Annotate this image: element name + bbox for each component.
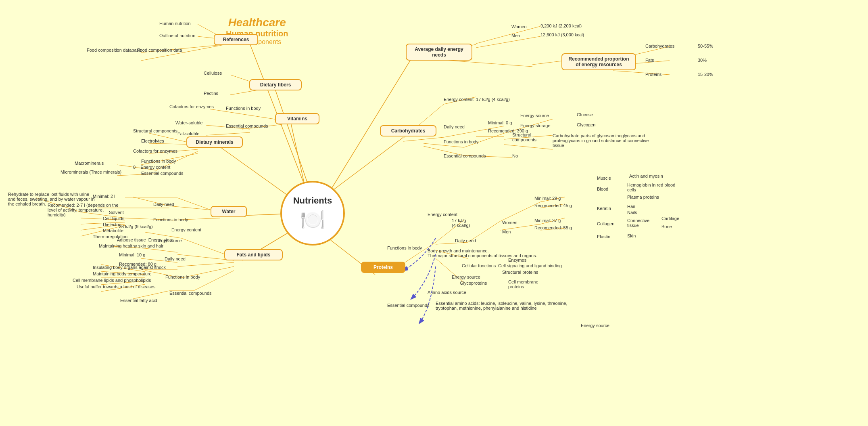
proteins-collagen: Collagen — [597, 221, 614, 226]
cellulose-label: Cellulose — [204, 71, 222, 76]
svg-line-18 — [206, 132, 250, 135]
title-healthcare: Healthcare — [226, 16, 288, 29]
proteins-cartilage: Cartilage — [661, 216, 679, 221]
proteins-connective: Connectivetissue — [627, 218, 649, 228]
carb-glycogen: Glycogen — [577, 122, 595, 127]
proteins-cellular-label: Cellular functions — [462, 263, 496, 268]
vitamins-essential: Essential compounds — [226, 124, 268, 128]
carb-daily-min: Minimal: 0 g — [488, 120, 512, 125]
minerals-energy-content: 0 Energy content — [133, 165, 170, 170]
carb-functions: Functions in body — [444, 139, 478, 144]
avg-men-label: Men — [511, 33, 520, 38]
proteins-women-min: Minimal: 29 g — [534, 196, 561, 201]
minerals-structural: Structural components — [133, 128, 177, 133]
proteins-skin: Skin — [627, 233, 636, 238]
rec-fats-val: 30% — [698, 58, 707, 63]
fats-essential-fatty-acid: Essential fatty acid — [120, 298, 157, 303]
svg-line-12 — [141, 44, 226, 61]
minerals-macrominerals: Macrominerals — [75, 161, 104, 166]
water-dielectric: Dielectric — [103, 222, 121, 227]
svg-line-8 — [331, 59, 411, 190]
proteins-cell-membrane: Cell membraneproteins — [508, 279, 538, 289]
proteins-box: Proteins — [361, 262, 405, 273]
proteins-energy-source: Energy source — [452, 275, 480, 279]
proteins-glycoproteins-ref: Glycoproteins — [460, 281, 487, 285]
carb-daily-need: Daily need — [444, 124, 465, 129]
proteins-functions-desc: Body growth and maintenance.The major st… — [428, 248, 581, 258]
recommended-proportion-box: Recommended proportion of energy resourc… — [561, 53, 636, 70]
water-daily-need: Daily need — [153, 202, 174, 207]
fats-energy-content-val: 38 kJ/g (9 kcal/g) — [119, 224, 153, 229]
fats-buffer: Useful buffer towards a host of diseases — [77, 284, 155, 289]
ref-human-nutrition: Human nutrition — [159, 21, 191, 26]
water-rehydrate: Rehydrate to replace lost fluids with ur… — [8, 192, 97, 206]
vitamins-water-soluble: Water-soluble — [175, 120, 202, 125]
minerals-functions: Functions in body — [141, 159, 176, 164]
carb-glucose: Glucose — [577, 112, 593, 117]
svg-line-56 — [133, 291, 169, 299]
proteins-plasma: Plasma proteins — [627, 195, 659, 199]
fats-daily-need: Daily need — [165, 256, 186, 261]
ref-outline: Outline of nutrition — [159, 33, 195, 38]
proteins-essential-desc: Essential amino acids: leucine, isoleuci… — [436, 301, 577, 311]
vitamins-fat-soluble: Fat-soluble — [177, 131, 199, 136]
avg-women-label: Women — [511, 24, 527, 29]
fats-energy-content-label: Energy content — [171, 227, 201, 232]
svg-line-84 — [476, 36, 540, 48]
fats-insulating: Insulating body organs against shock — [93, 265, 166, 270]
proteins-women-rec: Recomended: 45 g — [534, 203, 572, 208]
proteins-hemoglobin: Hemoglobin in red blood cells — [627, 183, 680, 192]
dietary-fibers-box: Dietary fibers — [249, 79, 302, 90]
energy-source-bottom: Energy source — [581, 323, 609, 328]
ref-food-composition-data: Food composition data — [137, 48, 182, 52]
water-solvent: Solvent — [109, 210, 124, 215]
carb-energy-source-label: Energy source — [520, 113, 549, 118]
proteins-men-min: Minimal: 37 g — [534, 218, 561, 223]
proteins-functions-label: Functions in body — [387, 246, 422, 250]
carb-essential-label: Essential compounds — [444, 153, 486, 158]
proteins-bone: Bone — [661, 224, 672, 229]
rec-proteins-label: Proteins — [645, 72, 661, 77]
svg-line-60 — [444, 131, 476, 137]
proteins-amino-acids: Amino acids source — [428, 290, 466, 295]
water-box: Water — [211, 206, 247, 217]
svg-line-59 — [403, 137, 444, 141]
svg-line-7 — [323, 137, 403, 198]
proteins-enzymes: Enzymes — [508, 258, 526, 262]
proteins-women-label: Women — [502, 220, 517, 225]
proteins-energy-content-label: Energy content — [428, 212, 457, 217]
proteins-men-label: Men — [502, 229, 511, 234]
fats-maintaining-skin: Maintaining healthy skin and hair — [99, 243, 163, 248]
center-node: Nutrients 🍽️ — [280, 181, 345, 246]
fats-essential-label: Essential compounds — [169, 291, 212, 296]
ref-food-composition-db: Food composition database — [87, 48, 141, 52]
minerals-electrolytes: Electrolytes — [141, 139, 164, 143]
vitamins-functions-label: Functions in body — [226, 106, 261, 111]
fats-lipids-box: Fats and lipids — [224, 249, 283, 260]
rec-carb-label: Carbohydrates — [645, 44, 674, 48]
proteins-blood-label: Blood — [597, 187, 608, 191]
rec-fats-label: Fats — [645, 58, 654, 63]
proteins-daily-need: Daily need — [455, 238, 476, 243]
avg-women-val: 9,200 kJ (2,200 kcal) — [540, 23, 582, 28]
avg-men-val: 12,600 kJ (3,000 kcal) — [540, 32, 584, 37]
fats-functions: Functions in body — [165, 275, 200, 279]
proteins-hair: Hair — [627, 204, 635, 209]
carbohydrates-box: Carbohydrates — [380, 125, 436, 136]
fats-min: Minimal: 10 g — [119, 252, 145, 257]
water-functions: Functions in body — [153, 217, 188, 222]
carb-energy-content-label: Energy content 17 kJ/g (4 kcal/g) — [444, 97, 510, 102]
svg-line-67 — [504, 145, 553, 149]
vitamins-box: Vitamins — [275, 113, 319, 124]
proteins-cell-signaling: Cell signaling and ligand binding — [498, 263, 562, 268]
proteins-keratin: Keratin — [597, 206, 611, 211]
proteins-energy-content-val: 17 kJ/g(4 kcal/g) — [452, 218, 470, 228]
svg-line-44 — [177, 262, 234, 267]
proteins-nails: Nails — [627, 210, 637, 215]
proteins-muscle-label: Muscle — [597, 176, 611, 180]
carb-structural-label: Structuralcomponents — [512, 132, 536, 142]
rec-carb-val: 50-55% — [698, 44, 713, 48]
proteins-structural-proteins: Structural proteins — [502, 270, 538, 275]
proteins-actin-myosin: Actin and myosin — [629, 174, 663, 178]
fats-maintaining-temp: Maintaining body temperature — [93, 271, 152, 276]
